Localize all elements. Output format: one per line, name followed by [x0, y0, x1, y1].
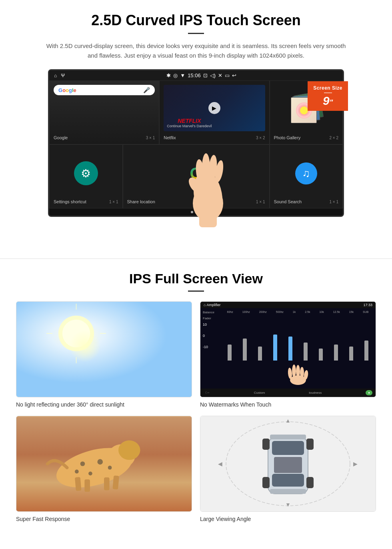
gallery-cell-footer: Photo Gallery 2 × 2 [274, 134, 339, 140]
eq-neg10-label: -10 [203, 345, 221, 349]
svg-point-24 [118, 441, 140, 460]
sound-label: Sound Search [274, 199, 302, 204]
equalizer-visual: ⌂ Amplifier 17:33 Balance Fader 10 0 -10 [200, 302, 376, 397]
eq-bars-area: 60hz 100hz 200hz 500hz 1k 2.5k 10k 12.5k… [222, 311, 373, 386]
cheetah-caption: Super Fast Response [16, 516, 192, 522]
section1-description: With 2.5D curved-display screen, this de… [44, 41, 348, 60]
google-label: Google [54, 135, 68, 140]
eq-fader-label: Fader [203, 317, 221, 320]
svg-rect-44 [270, 489, 306, 494]
svg-rect-49 [262, 477, 270, 488]
netflix-cell-footer: Netflix 3 × 2 [164, 134, 265, 140]
feature-equalizer: ⌂ Amplifier 17:33 Balance Fader 10 0 -10 [200, 301, 376, 408]
close-icon: ✕ [218, 72, 222, 78]
svg-point-25 [80, 461, 85, 466]
badge-size: 9" [313, 95, 342, 107]
eq-hand-svg [282, 362, 314, 386]
feature-car: ▲ ▼ ◀ ▶ [200, 416, 376, 522]
window-icon: ▭ [225, 72, 230, 78]
home-icon: ⌂ [54, 73, 57, 78]
location-icon: ◎ [173, 72, 178, 78]
svg-point-27 [97, 459, 103, 465]
car-caption: Large Viewing Angle [200, 516, 376, 522]
sound-icon: ♫ [295, 162, 317, 184]
eq-status-bar: ⌂ Amplifier 17:33 [200, 302, 376, 308]
app-cell-google[interactable]: Google 🎤 Google 3 × 1 [49, 80, 159, 144]
equalizer-caption: No Watermarks When Touch [200, 401, 376, 408]
sound-cell-footer: Sound Search 1 × 1 [274, 198, 339, 204]
eq-sidebar: Balance Fader 10 0 -10 [203, 311, 221, 386]
google-g-icon: G [190, 164, 202, 182]
section-ips-view: IPS Full Screen View [0, 271, 392, 538]
netflix-label: Netflix [164, 135, 176, 140]
gallery-label: Photo Gallery [274, 135, 301, 140]
eq-time: 17:33 [363, 303, 372, 307]
section1-title: 2.5D Curved IPS Touch Screen [16, 12, 376, 29]
svg-point-26 [88, 471, 92, 475]
svg-rect-42 [274, 457, 302, 473]
status-center-icons: ✱ ◎ ▼ 15:06 ⊡ ◁) ✕ ▭ ↩ [166, 72, 236, 78]
wifi-icon: ▼ [180, 72, 185, 78]
eq-bar-10k [319, 349, 323, 361]
app-cell-netflix[interactable]: ▶ NETFLIX Continue Marvel's Daredevil Ne… [159, 80, 269, 144]
svg-rect-50 [306, 477, 314, 488]
google-cell-footer: Google 3 × 1 [54, 134, 155, 140]
eq-content: Balance Fader 10 0 -10 60hz 100hz 200hz [200, 308, 376, 389]
app-grid-row2: ⚙ Settings shortcut 1 × 1 G Share locati… [49, 144, 343, 208]
section2-title: IPS Full Screen View [16, 271, 376, 287]
badge-divider [324, 92, 332, 93]
google-search-bar[interactable]: Google 🎤 [54, 85, 155, 95]
eq-mode: Custom [254, 391, 265, 395]
sound-content: ♫ [274, 149, 339, 198]
equalizer-image: ⌂ Amplifier 17:33 Balance Fader 10 0 -10 [200, 301, 376, 397]
eq-10-label: 10 [203, 323, 221, 327]
dot-2 [195, 211, 197, 213]
svg-rect-48 [306, 439, 314, 450]
volume-icon: ◁) [210, 72, 216, 78]
car-image: ▲ ▼ ◀ ▶ [200, 416, 376, 512]
eq-bar-12_5k [334, 345, 338, 361]
svg-rect-31 [84, 479, 90, 492]
cheetah-svg [16, 416, 192, 511]
svg-point-10 [62, 320, 90, 347]
netflix-logo: NETFLIX [167, 118, 212, 124]
loudness-toggle[interactable]: ● [366, 390, 372, 395]
usb-icon: Ψ [61, 73, 65, 78]
share-cell-footer: Share location 1 × 1 [127, 198, 265, 204]
netflix-play-button[interactable]: ▶ [208, 102, 220, 114]
section-curved-screen: 2.5D Curved IPS Touch Screen With 2.5D c… [0, 0, 392, 226]
app-cell-share[interactable]: G Share location 1 × 1 [123, 144, 270, 208]
eq-balance-label: Balance [203, 311, 221, 314]
svg-text:▶: ▶ [353, 461, 358, 467]
settings-icon-wrap: ⚙ [54, 149, 118, 198]
status-bar: ⌂ Ψ ✱ ◎ ▼ 15:06 ⊡ ◁) ✕ ▭ ↩ [49, 70, 343, 80]
svg-rect-41 [272, 474, 304, 487]
bluetooth-icon: ✱ [166, 72, 171, 78]
sunlight-visual [16, 302, 192, 397]
eq-bar-15k [349, 347, 353, 361]
app-grid-row1: Google 🎤 Google 3 × 1 ▶ NETFLIX [49, 80, 343, 144]
svg-rect-43 [270, 435, 306, 439]
eq-bars-container [222, 315, 373, 361]
dot-1 [191, 211, 193, 213]
back-icon: ↩ [232, 72, 236, 78]
google-size: 3 × 1 [146, 136, 155, 140]
badge-label: Screen Size [313, 85, 342, 91]
status-left-icons: ⌂ Ψ [54, 73, 65, 78]
eq-bar-1k [288, 337, 292, 361]
eq-bar-500hz [273, 335, 277, 361]
google-logo: Google [58, 87, 76, 93]
svg-rect-8 [16, 302, 192, 397]
app-cell-settings[interactable]: ⚙ Settings shortcut 1 × 1 [49, 144, 123, 208]
feature-cheetah: Super Fast Response [16, 416, 192, 522]
netflix-brand: NETFLIX Continue Marvel's Daredevil [167, 118, 212, 128]
eq-hand-area [222, 362, 373, 386]
pagination-dots [49, 208, 343, 216]
screen-size-badge: Screen Size 9" [308, 81, 348, 111]
cheetah-visual [16, 416, 192, 511]
app-cell-sound[interactable]: ♫ Sound Search 1 × 1 [270, 144, 343, 208]
svg-point-19 [300, 367, 304, 378]
svg-rect-7 [199, 215, 217, 227]
share-content: G [127, 149, 265, 198]
sunlight-image [16, 301, 192, 397]
